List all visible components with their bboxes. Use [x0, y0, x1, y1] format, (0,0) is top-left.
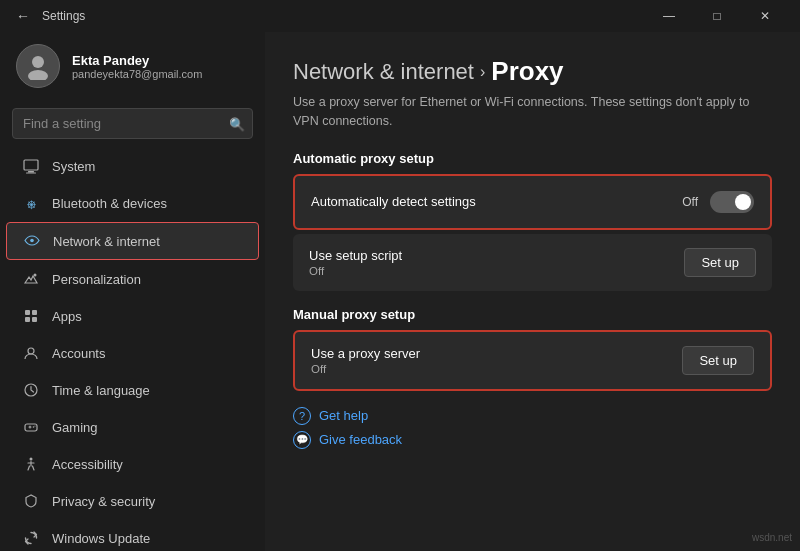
gaming-icon	[22, 418, 40, 436]
proxy-server-right: Set up	[682, 346, 754, 375]
auto-detect-title: Automatically detect settings	[311, 194, 476, 209]
accounts-icon	[22, 344, 40, 362]
sidebar-label-time: Time & language	[52, 383, 150, 398]
windows-update-icon	[22, 529, 40, 547]
get-help-link[interactable]: ? Get help	[293, 407, 772, 425]
svg-rect-4	[26, 173, 36, 174]
sidebar-item-personalization[interactable]: Personalization	[6, 261, 259, 297]
maximize-button[interactable]: □	[694, 0, 740, 32]
svg-rect-10	[32, 317, 37, 322]
close-button[interactable]: ✕	[742, 0, 788, 32]
user-profile: Ekta Pandey pandeyekta78@gmail.com	[0, 32, 265, 100]
search-icon[interactable]: 🔍	[229, 116, 245, 131]
apps-icon	[22, 307, 40, 325]
auto-detect-right: Off	[682, 191, 754, 213]
sidebar-label-gaming: Gaming	[52, 420, 98, 435]
give-feedback-icon: 💬	[293, 431, 311, 449]
sidebar-item-privacy[interactable]: Privacy & security	[6, 483, 259, 519]
setup-script-left: Use setup script Off	[309, 248, 402, 277]
svg-point-16	[30, 458, 33, 461]
sidebar-label-apps: Apps	[52, 309, 82, 324]
content-area: Network & internet › Proxy Use a proxy s…	[265, 32, 800, 551]
privacy-icon	[22, 492, 40, 510]
avatar	[16, 44, 60, 88]
setup-script-sub: Off	[309, 265, 402, 277]
sidebar-label-personalization: Personalization	[52, 272, 141, 287]
time-icon	[22, 381, 40, 399]
title-bar-title: Settings	[42, 9, 85, 23]
sidebar-label-windows-update: Windows Update	[52, 531, 150, 546]
back-button[interactable]: ←	[12, 4, 34, 28]
sidebar-label-privacy: Privacy & security	[52, 494, 155, 509]
minimize-button[interactable]: —	[646, 0, 692, 32]
give-feedback-label: Give feedback	[319, 432, 402, 447]
auto-detect-left: Automatically detect settings	[311, 194, 476, 209]
svg-point-14	[33, 426, 35, 428]
app-body: Ekta Pandey pandeyekta78@gmail.com 🔍 Sys…	[0, 32, 800, 551]
sidebar-item-time[interactable]: Time & language	[6, 372, 259, 408]
breadcrumb-current: Proxy	[491, 56, 563, 87]
sidebar-item-windows-update[interactable]: Windows Update	[6, 520, 259, 551]
svg-rect-7	[25, 310, 30, 315]
setup-script-right: Set up	[684, 248, 756, 277]
title-bar-left: ← Settings	[12, 4, 85, 28]
toggle-thumb	[735, 194, 751, 210]
auto-detect-card: Automatically detect settings Off	[293, 174, 772, 230]
user-name: Ekta Pandey	[72, 53, 202, 68]
search-input[interactable]	[12, 108, 253, 139]
breadcrumb-separator: ›	[480, 63, 485, 81]
get-help-icon: ?	[293, 407, 311, 425]
sidebar-item-bluetooth[interactable]: ⎈ Bluetooth & devices	[6, 185, 259, 221]
setup-script-row: Use setup script Off Set up	[293, 234, 772, 291]
sidebar-label-accessibility: Accessibility	[52, 457, 123, 472]
watermark: wsdn.net	[752, 532, 792, 543]
automatic-section-label: Automatic proxy setup	[293, 151, 772, 166]
svg-rect-9	[25, 317, 30, 322]
get-help-label: Get help	[319, 408, 368, 423]
sidebar-item-accounts[interactable]: Accounts	[6, 335, 259, 371]
proxy-server-title: Use a proxy server	[311, 346, 420, 361]
breadcrumb-parent: Network & internet	[293, 59, 474, 85]
sidebar-item-accessibility[interactable]: Accessibility	[6, 446, 259, 482]
network-icon	[23, 232, 41, 250]
svg-point-5	[30, 239, 34, 243]
svg-rect-3	[28, 171, 34, 173]
auto-detect-toggle-label: Off	[682, 195, 698, 209]
title-bar: ← Settings — □ ✕	[0, 0, 800, 32]
give-feedback-link[interactable]: 💬 Give feedback	[293, 431, 772, 449]
setup-script-button[interactable]: Set up	[684, 248, 756, 277]
system-icon	[22, 157, 40, 175]
personalization-icon	[22, 270, 40, 288]
svg-point-15	[34, 425, 35, 426]
user-info: Ekta Pandey pandeyekta78@gmail.com	[72, 53, 202, 80]
sidebar: Ekta Pandey pandeyekta78@gmail.com 🔍 Sys…	[0, 32, 265, 551]
sidebar-label-accounts: Accounts	[52, 346, 105, 361]
proxy-server-button[interactable]: Set up	[682, 346, 754, 375]
svg-rect-2	[24, 160, 38, 170]
title-bar-controls: — □ ✕	[646, 0, 788, 32]
sidebar-item-gaming[interactable]: Gaming	[6, 409, 259, 445]
help-links: ? Get help 💬 Give feedback	[293, 407, 772, 449]
svg-rect-8	[32, 310, 37, 315]
setup-script-card: Use setup script Off Set up	[293, 234, 772, 291]
search-container: 🔍	[12, 108, 253, 139]
svg-point-1	[28, 70, 48, 80]
page-description: Use a proxy server for Ethernet or Wi-Fi…	[293, 93, 753, 131]
auto-detect-row: Automatically detect settings Off	[295, 176, 770, 228]
sidebar-item-system[interactable]: System	[6, 148, 259, 184]
sidebar-item-apps[interactable]: Apps	[6, 298, 259, 334]
sidebar-label-network: Network & internet	[53, 234, 160, 249]
auto-detect-toggle[interactable]	[710, 191, 754, 213]
user-email: pandeyekta78@gmail.com	[72, 68, 202, 80]
setup-script-title: Use setup script	[309, 248, 402, 263]
sidebar-item-network[interactable]: Network & internet	[6, 222, 259, 260]
accessibility-icon	[22, 455, 40, 473]
breadcrumb: Network & internet › Proxy	[293, 56, 772, 87]
proxy-server-card: Use a proxy server Off Set up	[293, 330, 772, 391]
bluetooth-icon: ⎈	[22, 194, 40, 212]
proxy-server-row: Use a proxy server Off Set up	[295, 332, 770, 389]
sidebar-nav: System ⎈ Bluetooth & devices Network & i…	[0, 147, 265, 551]
manual-section-label: Manual proxy setup	[293, 307, 772, 322]
proxy-server-sub: Off	[311, 363, 420, 375]
svg-point-6	[34, 274, 37, 277]
